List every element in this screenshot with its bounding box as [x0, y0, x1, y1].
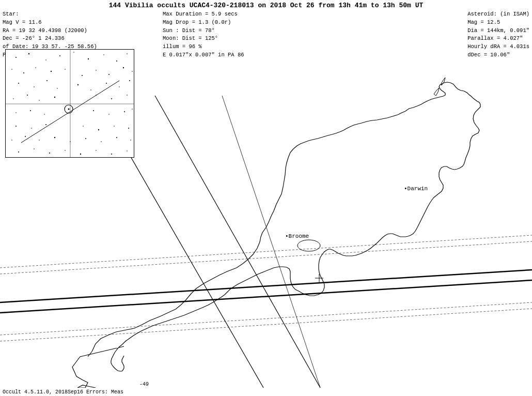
- max-duration: Max Duration = 5.9 secs: [163, 10, 244, 19]
- svg-point-33: [46, 80, 48, 81]
- svg-point-28: [108, 74, 109, 75]
- svg-point-29: [123, 67, 124, 68]
- svg-point-53: [132, 109, 133, 110]
- page-title: 144 Vibilia occults UCAC4-320-218013 on …: [0, 1, 532, 10]
- svg-point-31: [18, 83, 19, 84]
- svg-point-39: [129, 80, 130, 81]
- svg-point-72: [18, 151, 19, 153]
- svg-point-15: [59, 55, 60, 56]
- mag-drop: Mag Drop = 1.3 (0.0r): [163, 19, 244, 27]
- title-text: 144 Vibilia occults UCAC4-320-218013 on …: [109, 2, 424, 9]
- svg-point-66: [54, 137, 55, 138]
- svg-line-0: [0, 235, 532, 268]
- star-label: Star:: [3, 10, 97, 19]
- svg-point-46: [127, 95, 128, 96]
- svg-point-45: [111, 98, 112, 99]
- svg-point-36: [90, 89, 91, 90]
- svg-point-20: [127, 53, 128, 54]
- star-field-inset: [5, 49, 134, 158]
- svg-point-59: [83, 126, 84, 127]
- svg-point-63: [11, 140, 12, 141]
- svg-point-27: [96, 70, 97, 71]
- svg-point-32: [34, 86, 35, 87]
- svg-point-57: [31, 128, 32, 129]
- svg-point-13: [28, 53, 29, 54]
- footer-label: Occult 4.5.11.0, 2018Sep16 Errors: Meas: [3, 389, 123, 395]
- darwin-label: •Darwin: [404, 186, 428, 192]
- svg-point-78: [111, 154, 112, 155]
- svg-line-2: [0, 270, 532, 302]
- svg-point-73: [34, 148, 35, 149]
- svg-point-18: [103, 54, 104, 55]
- svg-point-60: [98, 129, 99, 130]
- svg-point-17: [88, 58, 89, 59]
- broome-label: •Broome: [285, 233, 309, 239]
- svg-point-50: [93, 110, 94, 111]
- moon-dist: Moon: Dist = 125°: [163, 35, 244, 43]
- svg-point-37: [106, 83, 107, 84]
- svg-line-8: [222, 96, 320, 388]
- svg-point-69: [101, 141, 102, 142]
- svg-point-48: [30, 110, 31, 111]
- svg-point-23: [35, 67, 36, 68]
- asteroid-label: Asteroid: (in ISAM): [467, 10, 529, 19]
- footer-text: Occult 4.5.11.0, 2018Sep16 Errors: Meas: [3, 389, 123, 395]
- asteroid-parallax: Parallax = 4.027": [467, 35, 529, 43]
- svg-point-52: [124, 111, 125, 112]
- svg-point-71: [130, 140, 131, 141]
- svg-point-74: [49, 153, 50, 154]
- sun-dist: Sun : Dist = 78°: [163, 27, 244, 35]
- svg-point-65: [39, 140, 40, 141]
- svg-point-16: [73, 52, 74, 53]
- svg-point-54: [68, 109, 70, 110]
- asteroid-dia: Dia = 144km, 0.091": [467, 27, 529, 35]
- svg-point-14: [45, 59, 46, 60]
- asteroid-mag: Mag = 12.5: [467, 19, 529, 27]
- svg-point-75: [65, 150, 66, 151]
- latitude-label: -49: [139, 382, 149, 387]
- svg-point-58: [45, 124, 46, 125]
- svg-point-51: [108, 114, 109, 115]
- svg-point-43: [54, 97, 55, 98]
- svg-point-49: [44, 114, 45, 115]
- svg-point-41: [27, 95, 28, 96]
- svg-point-12: [15, 57, 17, 58]
- svg-point-40: [13, 98, 14, 99]
- svg-point-19: [116, 60, 117, 62]
- svg-point-61: [114, 126, 115, 127]
- svg-point-68: [85, 138, 86, 139]
- svg-point-64: [25, 136, 26, 137]
- svg-point-22: [23, 72, 24, 73]
- svg-point-21: [11, 69, 12, 70]
- mag-v: Mag V = 11.6: [3, 19, 97, 27]
- svg-line-3: [0, 280, 532, 313]
- svg-point-79: [127, 150, 128, 151]
- svg-point-47: [15, 112, 17, 113]
- svg-point-42: [39, 100, 40, 101]
- svg-point-26: [82, 75, 83, 76]
- svg-point-56: [15, 126, 17, 127]
- svg-line-1: [0, 241, 532, 274]
- svg-point-25: [65, 69, 66, 70]
- svg-point-62: [128, 128, 129, 129]
- svg-point-35: [77, 84, 79, 85]
- svg-point-30: [132, 71, 133, 72]
- svg-point-70: [116, 137, 117, 138]
- svg-point-77: [96, 150, 97, 151]
- svg-point-24: [51, 71, 52, 72]
- svg-point-9: [298, 240, 320, 251]
- svg-point-34: [57, 88, 58, 89]
- svg-point-38: [119, 86, 120, 87]
- svg-point-76: [80, 154, 81, 155]
- svg-line-5: [0, 309, 532, 341]
- dec: Dec = -26° 1 24.336: [3, 35, 97, 43]
- ra: RA = 19 32 49.4398 (J2000): [3, 27, 97, 35]
